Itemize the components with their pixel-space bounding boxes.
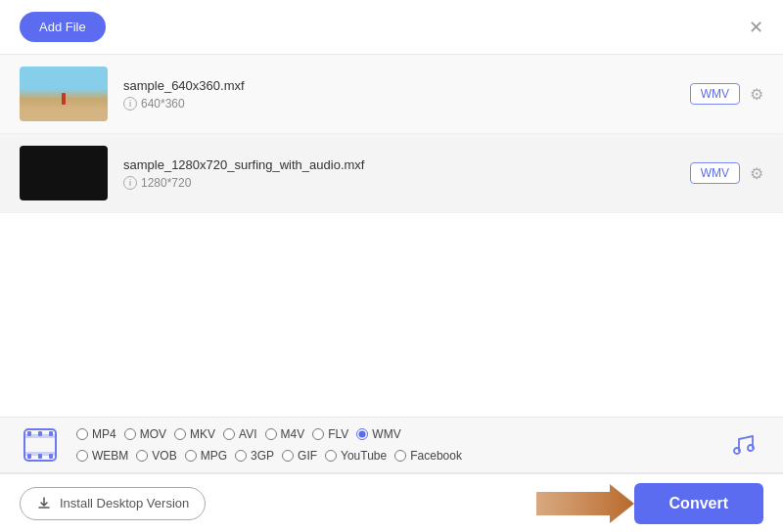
format-radio-avi[interactable]	[223, 428, 235, 440]
svg-rect-3	[27, 431, 31, 436]
svg-rect-4	[38, 431, 42, 436]
settings-icon[interactable]: ⚙	[750, 164, 763, 183]
file-info: sample_1280x720_surfing_with_audio.mxf i…	[108, 157, 690, 190]
format-label-mov: MOV	[140, 427, 166, 441]
music-icon	[729, 431, 757, 459]
format-label-facebook: Facebook	[410, 449, 462, 463]
film-icon	[23, 427, 58, 463]
convert-button[interactable]: Convert	[634, 483, 763, 524]
install-desktop-button[interactable]: Install Desktop Version	[20, 487, 206, 520]
format-bar: MP4 MOV MKV AVI M4V FLV WMV	[0, 417, 783, 473]
format-option-youtube[interactable]: YouTube	[321, 447, 391, 465]
format-radio-mov[interactable]	[124, 428, 136, 440]
svg-marker-11	[536, 484, 634, 523]
svg-rect-5	[49, 431, 53, 436]
format-badge[interactable]: WMV	[690, 83, 740, 105]
format-radio-wmv[interactable]	[356, 428, 368, 440]
format-label-webm: WEBM	[92, 449, 128, 463]
file-dimensions: 640*360	[141, 97, 185, 111]
format-option-webm[interactable]: WEBM	[72, 447, 132, 465]
format-option-avi[interactable]: AVI	[219, 425, 260, 443]
svg-rect-8	[49, 454, 53, 459]
file-thumbnail	[20, 66, 108, 121]
music-icon-container[interactable]	[718, 431, 767, 459]
file-meta: i 1280*720	[123, 176, 674, 190]
install-label: Install Desktop Version	[60, 496, 189, 510]
format-label-youtube: YouTube	[341, 449, 387, 463]
format-option-3gp[interactable]: 3GP	[231, 447, 278, 465]
format-radio-3gp[interactable]	[235, 450, 247, 462]
format-row-2: WEBM VOB MPG 3GP GIF YouTube Facebook	[72, 447, 718, 465]
format-radio-gif[interactable]	[282, 450, 294, 462]
file-actions: WMV ⚙	[690, 162, 763, 184]
info-icon[interactable]: i	[123, 176, 137, 190]
thumbnail-image	[20, 146, 108, 200]
format-option-mkv[interactable]: MKV	[170, 425, 219, 443]
file-thumbnail	[20, 146, 108, 200]
file-actions: WMV ⚙	[690, 83, 763, 105]
format-option-m4v[interactable]: M4V	[261, 425, 309, 443]
format-label-vob: VOB	[152, 449, 176, 463]
file-item: sample_1280x720_surfing_with_audio.mxf i…	[0, 134, 783, 213]
format-radio-mkv[interactable]	[174, 428, 186, 440]
file-item: sample_640x360.mxf i 640*360 WMV ⚙	[0, 55, 783, 134]
format-radio-flv[interactable]	[312, 428, 324, 440]
format-radio-mpg[interactable]	[185, 450, 197, 462]
format-option-facebook[interactable]: Facebook	[391, 447, 466, 465]
arrow-decoration	[536, 482, 634, 525]
file-list: sample_640x360.mxf i 640*360 WMV ⚙ sampl…	[0, 55, 783, 213]
file-name: sample_640x360.mxf	[123, 78, 674, 93]
add-file-button[interactable]: Add File	[20, 12, 106, 42]
format-option-mpg[interactable]: MPG	[181, 447, 231, 465]
file-meta: i 640*360	[123, 97, 674, 111]
convert-area: Convert	[536, 482, 763, 525]
format-radio-vob[interactable]	[136, 450, 148, 462]
format-label-wmv: WMV	[372, 427, 400, 441]
svg-rect-7	[38, 454, 42, 459]
format-label-3gp: 3GP	[251, 449, 274, 463]
format-label-mkv: MKV	[190, 427, 215, 441]
format-row-1: MP4 MOV MKV AVI M4V FLV WMV	[72, 425, 718, 443]
format-label-avi: AVI	[239, 427, 256, 441]
file-name: sample_1280x720_surfing_with_audio.mxf	[123, 157, 674, 172]
format-label-m4v: M4V	[281, 427, 305, 441]
format-label-mpg: MPG	[201, 449, 227, 463]
thumbnail-image	[20, 66, 108, 121]
format-option-gif[interactable]: GIF	[278, 447, 321, 465]
format-radio-m4v[interactable]	[265, 428, 277, 440]
format-option-flv[interactable]: FLV	[308, 425, 352, 443]
format-radio-youtube[interactable]	[325, 450, 337, 462]
format-label-flv: FLV	[328, 427, 348, 441]
format-radio-mp4[interactable]	[76, 428, 88, 440]
settings-icon[interactable]: ⚙	[750, 85, 763, 104]
format-radio-webm[interactable]	[76, 450, 88, 462]
footer: Install Desktop Version Convert	[0, 473, 783, 532]
format-option-mp4[interactable]: MP4	[72, 425, 120, 443]
format-label-mp4: MP4	[92, 427, 116, 441]
download-icon	[36, 496, 52, 511]
info-icon[interactable]: i	[123, 97, 137, 111]
header: Add File ✕	[0, 0, 783, 55]
format-option-vob[interactable]: VOB	[132, 447, 180, 465]
format-grid: MP4 MOV MKV AVI M4V FLV WMV	[72, 425, 718, 465]
format-option-wmv[interactable]: WMV	[352, 425, 404, 443]
format-label-gif: GIF	[298, 449, 317, 463]
file-info: sample_640x360.mxf i 640*360	[108, 78, 690, 111]
format-option-mov[interactable]: MOV	[120, 425, 170, 443]
format-radio-facebook[interactable]	[394, 450, 406, 462]
format-badge[interactable]: WMV	[690, 162, 740, 184]
svg-rect-6	[27, 454, 31, 459]
file-dimensions: 1280*720	[141, 176, 191, 190]
close-button[interactable]: ✕	[749, 19, 763, 36]
